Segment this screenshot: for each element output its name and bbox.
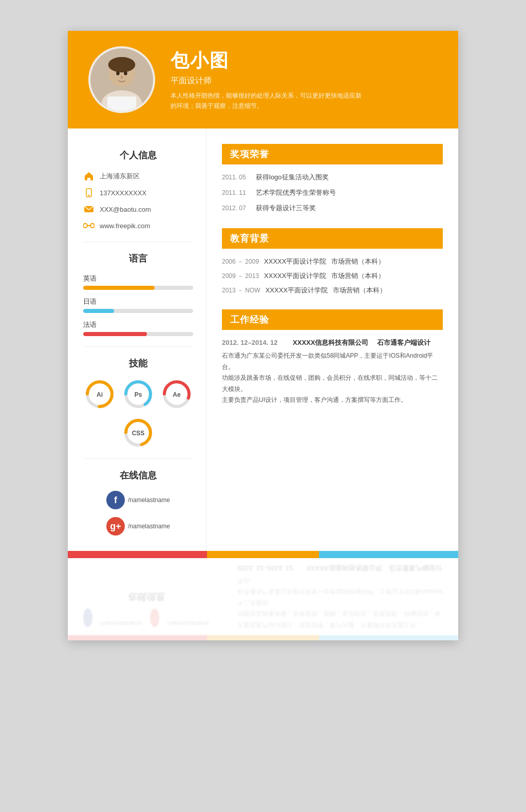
work-header: 2012. 12–2014. 12 XXXXX信息科技有限公司 石市通客户端设计 [222, 338, 443, 347]
work-title: 工作经验 [222, 309, 443, 330]
language-bar-bg [83, 309, 193, 313]
skill-donut: Ps [123, 379, 154, 410]
website-text: www.freepik.com [100, 222, 150, 230]
svg-rect-12 [83, 224, 87, 228]
phone-icon [83, 187, 95, 198]
footer-red [68, 551, 207, 558]
work-period: 2012. 12–2014. 12 [222, 339, 291, 346]
education-title: 教育背景 [222, 228, 443, 249]
edu-major: 市场营销（本科） [331, 271, 385, 281]
email-item: XXX@baotu.com [83, 204, 193, 215]
awards-list: 2011. 05 获得logo征集活动入围奖 2011. 11 艺术学院优秀学生… [222, 173, 443, 213]
language-label: 英语 [83, 274, 193, 283]
language-item: 英语 [83, 274, 193, 290]
awards-title: 奖项荣誉 [222, 144, 443, 164]
skill-item: Ae [161, 379, 192, 410]
language-label: 日语 [83, 297, 193, 306]
skill-donut: Ae [161, 379, 192, 410]
website-item: www.freepik.com [83, 220, 193, 231]
work-company: XXXXX信息科技有限公司 [293, 339, 375, 346]
personal-info-title: 个人信息 [83, 149, 193, 161]
language-bars: 英语 日语 法语 [83, 274, 193, 336]
award-item: 2012. 07 获得专题设计三等奖 [222, 204, 443, 213]
online-item: f /namelastname [106, 491, 170, 509]
award-item: 2011. 11 艺术学院优秀学生荣誉称号 [222, 188, 443, 197]
footer-orange [207, 551, 318, 558]
social-icon: f [106, 491, 125, 509]
award-item: 2011. 05 获得logo征集活动入围奖 [222, 173, 443, 182]
skills-title: 技能 [83, 357, 193, 370]
education-row: 2013 － NOW XXXXX平面设计学院 市场营销（本科） [222, 286, 443, 295]
award-desc: 获得logo征集活动入围奖 [256, 173, 329, 182]
language-bar-fill [83, 286, 155, 290]
skill-donut: Ai [84, 379, 115, 410]
svg-point-7 [121, 76, 123, 79]
edu-major: 市场营销（本科） [333, 286, 386, 295]
person-name: 包小图 [171, 48, 366, 73]
right-column: 奖项荣誉 2011. 05 获得logo征集活动入围奖 2011. 11 艺术学… [206, 128, 458, 551]
avatar [88, 46, 155, 113]
skills-grid: Ai Ps Ae CSS [83, 379, 193, 448]
work-item: 2012. 12–2014. 12 XXXXX信息科技有限公司 石市通客户端设计… [222, 338, 443, 406]
svg-rect-13 [90, 224, 95, 228]
svg-point-4 [111, 57, 132, 69]
edu-school: XXXXX平面设计学院 [264, 271, 326, 281]
home-icon [83, 171, 95, 182]
award-date: 2012. 07 [222, 205, 249, 212]
footer-bar [68, 551, 458, 558]
resume-header: 包小图 平面设计师 本人性格开朗热情，能够很好的处理人际关系，可以更好更快地适应… [68, 31, 458, 128]
award-date: 2011. 11 [222, 189, 249, 196]
email-icon [83, 204, 95, 215]
header-info: 包小图 平面设计师 本人性格开朗热情，能够很好的处理人际关系，可以更好更快地适应… [171, 48, 366, 112]
education-item: 2013 － NOW XXXXX平面设计学院 市场营销（本科） [222, 286, 443, 295]
education-item: 2006 － 2009 XXXXX平面设计学院 市场营销（本科） [222, 257, 443, 266]
work-list: 2012. 12–2014. 12 XXXXX信息科技有限公司 石市通客户端设计… [222, 338, 443, 406]
language-bar-bg [83, 286, 193, 290]
social-name: /namelastname [128, 496, 170, 504]
language-item: 日语 [83, 297, 193, 313]
education-item: 2009 － 2013 XXXXX平面设计学院 市场营销（本科） [222, 271, 443, 281]
svg-text:Ae: Ae [173, 391, 181, 398]
language-bar-fill [83, 332, 147, 336]
languages-title: 语言 [83, 252, 193, 265]
skill-item: Ps [123, 379, 154, 410]
svg-rect-8 [107, 97, 136, 111]
svg-point-6 [124, 71, 127, 76]
address-item: 上海浦东新区 [83, 171, 193, 182]
edu-period: 2006 － 2009 [222, 257, 259, 266]
work-desc-2: 功能涉及跳蚤市场，在线促销，团购，会员积分，在线求职，同城活动，等十二大模块。 [222, 373, 443, 395]
address-text: 上海浦东新区 [100, 172, 140, 181]
email-text: XXX@baotu.com [100, 206, 151, 213]
social-icon: g+ [106, 517, 125, 536]
language-bar-fill [83, 309, 114, 313]
skill-donut: CSS [123, 417, 154, 448]
footer-lightblue [319, 551, 458, 558]
education-row: 2006 － 2009 XXXXX平面设计学院 市场营销（本科） [222, 257, 443, 266]
edu-major: 市场营销（本科） [331, 257, 385, 266]
online-item: g+ /namelastname [106, 517, 170, 536]
skill-item: Ai [84, 379, 115, 410]
language-item: 法语 [83, 320, 193, 336]
reflection-content: /namelastname /namelastname 在线信息 主要负责产品U… [68, 558, 458, 640]
work-desc-3: 主要负责产品UI设计，项目管理，客户沟通，方案撰写等方面工作。 [222, 395, 443, 406]
left-column: 个人信息 上海浦东新区 [68, 128, 206, 551]
phone-text: 137XXXXXXXX [100, 189, 146, 197]
reflection: /namelastname /namelastname 在线信息 主要负责产品U… [68, 558, 458, 640]
work-desc-1: 石市通为广东某公司委托开发一款类似58同城APP，主要运于IOS和Android… [222, 350, 443, 373]
svg-text:CSS: CSS [132, 430, 145, 437]
phone-item: 137XXXXXXXX [83, 187, 193, 198]
skill-item: CSS [123, 417, 154, 448]
svg-point-5 [116, 71, 120, 76]
work-position: 石市通客户端设计 [377, 339, 430, 346]
resume-body: 个人信息 上海浦东新区 [68, 128, 458, 551]
education-list: 2006 － 2009 XXXXX平面设计学院 市场营销（本科） 2009 － … [222, 257, 443, 295]
svg-rect-10 [88, 195, 90, 196]
svg-text:Ps: Ps [135, 391, 142, 398]
online-title: 在线信息 [83, 469, 193, 482]
edu-period: 2013 － NOW [222, 286, 260, 295]
online-items: f /namelastname g+ /namelastname [83, 491, 193, 536]
edu-school: XXXXX平面设计学院 [264, 257, 326, 266]
edu-school: XXXXX平面设计学院 [266, 286, 328, 295]
person-title: 平面设计师 [171, 76, 366, 86]
svg-text:Ai: Ai [97, 391, 103, 398]
